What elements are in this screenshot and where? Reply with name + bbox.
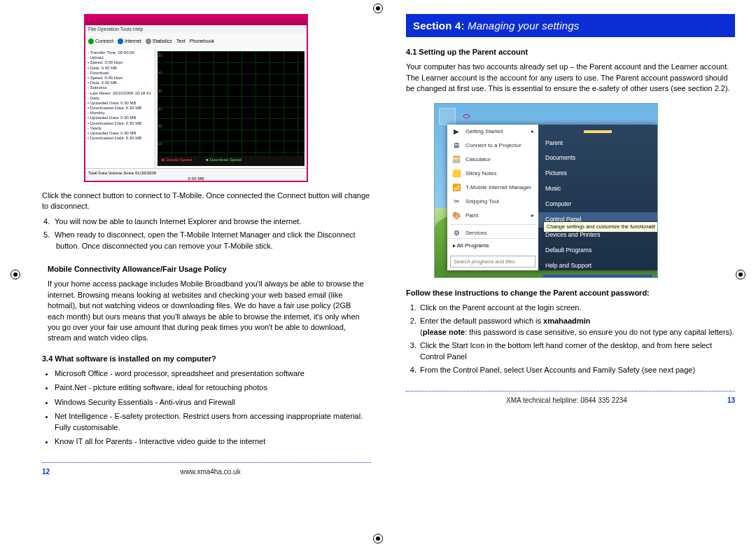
start-place[interactable]: Pictures (538, 166, 657, 181)
program-icon: 🎨 (451, 211, 461, 221)
connect-button[interactable]: Connect (88, 38, 113, 45)
subsection-heading: 4.1 Setting up the Parent account (406, 47, 735, 57)
list-item: Paint.Net - picture editing software, id… (55, 382, 371, 393)
start-item[interactable]: 📶T-Mobile Internet Manager (447, 181, 538, 195)
start-place[interactable]: Documents (538, 151, 657, 166)
connect-instruction: Click the connect button to connect to T… (42, 191, 371, 212)
desktop-icon (439, 108, 456, 125)
registration-mark (373, 534, 383, 543)
menubar: File Operation Tools Help (85, 25, 307, 34)
program-icon: 🟨 (451, 169, 461, 179)
start-item[interactable]: 🖥Connect to a Projector (447, 139, 538, 153)
start-item[interactable]: ⚙Services (447, 226, 538, 239)
start-place[interactable]: Default Programs (538, 243, 657, 258)
follow-instructions: Follow these instructions to change the … (406, 288, 735, 298)
connection-manager-screenshot: File Operation Tools Help Connect Intern… (84, 14, 308, 182)
tooltip: Change settings and customize the functi… (543, 221, 658, 233)
status-footer: Total Data Volume Since 01/10/2009 0.00 … (85, 168, 307, 182)
internet-button[interactable]: Internet (118, 38, 141, 45)
start-place[interactable]: Music (538, 181, 657, 197)
page-number: 12 (42, 467, 50, 477)
password-steps: Click on the Parent account at the login… (419, 303, 735, 375)
page-number: 13 (727, 396, 735, 406)
software-heading: 3.4 What software is installed on my com… (42, 354, 371, 364)
start-place[interactable]: Help and Support (538, 258, 657, 274)
shutdown-button[interactable]: Shut down ▸ (542, 274, 653, 278)
stats-tree: - Transfer Time: 00:00:00- Upload • Spee… (85, 49, 155, 168)
policy-body: If your home access package includes Mob… (48, 279, 365, 343)
footer-divider (406, 391, 735, 392)
page-13: Section 4: Managing your settings 4.1 Se… (406, 14, 735, 533)
footer-helpline: XMA technical helpline: 0844 335 2234 (506, 396, 627, 406)
footer-divider (42, 462, 371, 463)
page-12: File Operation Tools Help Connect Intern… (42, 14, 371, 533)
list-item: Windows Security Essentials - Anti-virus… (55, 397, 371, 408)
step-4: You will now be able to launch Internet … (55, 216, 371, 227)
step-4: From the Control Panel, select User Acco… (419, 365, 735, 375)
start-item[interactable]: ▶Getting Started▸ (447, 125, 538, 139)
start-menu: ▶Getting Started▸ 🖥Connect to a Projecto… (447, 125, 657, 270)
list-item: Know IT all for Parents - Interactive vi… (55, 436, 371, 447)
user-avatar (584, 130, 612, 133)
start-item[interactable]: ✂Snipping Tool (447, 195, 538, 209)
program-icon: ⚙ (451, 228, 461, 238)
program-icon: ✂ (451, 197, 461, 207)
fair-usage-policy: Mobile Connectivity Allowance/Fair Usage… (42, 264, 371, 344)
start-place[interactable]: Computer (538, 197, 657, 212)
policy-heading: Mobile Connectivity Allowance/Fair Usage… (48, 264, 365, 275)
step-3: Click the Start Icon in the bottom left … (419, 340, 735, 362)
program-icon: 📶 (451, 183, 461, 193)
section-header: Section 4: Managing your settings (406, 14, 735, 37)
step-1: Click on the Parent account at the login… (419, 303, 735, 313)
start-menu-programs: ▶Getting Started▸ 🖥Connect to a Projecto… (447, 125, 538, 270)
steps-continued: You will now be able to launch Internet … (55, 216, 371, 251)
start-menu-places: Parent Documents Pictures Music Computer… (538, 125, 657, 270)
search-input[interactable] (450, 256, 536, 268)
page-footer: XMA technical helpline: 0844 335 2234 13 (406, 396, 735, 406)
start-item[interactable]: 🟨Sticky Notes (447, 167, 538, 181)
list-item: Net Intelligence - E-safety protection. … (55, 411, 371, 433)
text-button[interactable]: Text (176, 38, 186, 45)
program-icon: 🧮 (451, 155, 461, 165)
toolbar: Connect Internet Statistics Text Phonebo… (85, 34, 307, 49)
footer-url: www.xma4ha.co.uk (180, 467, 240, 477)
registration-mark (373, 4, 383, 13)
all-programs[interactable]: ▸ All Programs (447, 238, 538, 252)
windows-start-menu-screenshot: ⌔ dingxt generationarning ▶Getting Start… (434, 103, 658, 278)
bandwidth-graph: 6050403020100 ■ Upload Speed ■ Download … (158, 51, 304, 166)
step-5: When ready to disconnect, open the T-Mob… (55, 230, 371, 251)
software-list: Microsoft Office - word processor, sprea… (55, 368, 371, 447)
phonebook-button[interactable]: Phonebook (190, 38, 214, 45)
program-icon: 🖥 (451, 141, 461, 151)
intro-paragraph: Your computer has two accounts already s… (406, 62, 735, 94)
list-item: Microsoft Office - word processor, sprea… (55, 368, 371, 379)
window-titlebar (85, 15, 307, 25)
step-2: Enter the default password which is xmah… (419, 316, 735, 338)
start-item[interactable]: 🧮Calculator (447, 153, 538, 167)
start-place[interactable]: Parent (538, 136, 657, 151)
program-icon: ▶ (451, 127, 461, 137)
start-item[interactable]: 🎨Paint▸ (447, 209, 538, 223)
page-footer: 12 www.xma4ha.co.uk (42, 467, 371, 477)
statistics-button[interactable]: Statistics (146, 38, 172, 45)
